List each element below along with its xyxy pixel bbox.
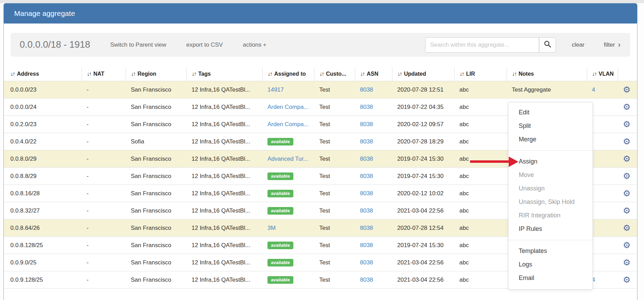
sort-icon: ↓↑ (131, 71, 135, 77)
export-csv-button[interactable]: export to CSV (186, 41, 223, 48)
column-label: Address (17, 71, 39, 77)
clear-button[interactable]: clear (572, 41, 585, 48)
column-header-nat[interactable]: ↓↑NAT (81, 67, 126, 81)
column-header-notes[interactable]: ↓↑Notes (507, 67, 587, 81)
search-button[interactable] (539, 37, 556, 53)
cell-nat: - (81, 99, 126, 116)
asn-link[interactable]: 8038 (360, 173, 373, 179)
asn-link[interactable]: 8038 (360, 242, 373, 249)
asn-link[interactable]: 8038 (360, 86, 373, 93)
cell-customer: Test (314, 116, 355, 133)
menu-item-email[interactable]: Email (508, 271, 593, 285)
asn-link[interactable]: 8038 (360, 190, 373, 197)
gear-icon[interactable]: ⚙ (623, 240, 631, 250)
assigned-link[interactable]: Arden Compa... (267, 104, 309, 110)
menu-item-merge[interactable]: Merge (508, 133, 593, 146)
cell-address: 0.0.8.128/25 (4, 237, 81, 254)
column-header-address[interactable]: ↓↑Address (4, 67, 81, 81)
vlan-link[interactable]: 4 (592, 86, 595, 93)
search-input[interactable] (425, 37, 539, 53)
column-header-asn[interactable]: ↓↑ASN (355, 67, 392, 81)
cell-customer: Test (314, 81, 355, 99)
cell-assigned-to: available (262, 271, 314, 289)
gear-icon[interactable]: ⚙ (623, 119, 631, 129)
cell-nat: - (81, 168, 126, 185)
menu-item-split[interactable]: Split (508, 119, 593, 133)
cell-lir: abc (454, 237, 507, 254)
menu-item-edit[interactable]: Edit (508, 106, 593, 119)
actions-menu-button[interactable]: actions + (243, 41, 267, 48)
gear-icon[interactable]: ⚙ (623, 85, 631, 94)
cell-tags: 12 Infra,16 QATestBl... (186, 202, 262, 219)
cell-asn: 8038 (355, 81, 392, 99)
assigned-link[interactable]: Arden Compa... (267, 121, 309, 128)
cell-address: 0.0.8.64/26 (4, 219, 81, 237)
filter-button[interactable]: filter › (604, 41, 621, 48)
menu-item-logs[interactable]: Logs (508, 258, 593, 271)
assigned-link[interactable]: 3M (267, 225, 276, 231)
cell-nat: - (81, 81, 126, 99)
cell-actions: ⚙ (618, 237, 637, 254)
menu-item-rir-integration: RIR Integration (508, 209, 593, 222)
cell-address: 0.0.8.0/29 (4, 150, 81, 168)
cell-asn: 8038 (355, 237, 392, 254)
cell-updated: 2019-07-24 15:30 (392, 150, 454, 168)
cell-assigned-to: available (262, 254, 314, 271)
gear-icon[interactable]: ⚙ (623, 188, 631, 198)
gear-icon[interactable]: ⚙ (623, 275, 631, 284)
column-header-custo[interactable]: ↓↑Custo... (314, 67, 355, 81)
cell-lir: abc (454, 99, 507, 116)
column-label: ASN (367, 71, 379, 77)
column-label: VLAN (599, 71, 614, 77)
asn-link[interactable]: 8038 (360, 138, 373, 145)
sort-icon: ↓↑ (592, 71, 596, 77)
aggregate-title: 0.0.0.0/18 - 1918 (20, 39, 90, 50)
cell-actions: ⚙ (618, 185, 637, 202)
cell-assigned-to: available (262, 202, 314, 219)
gear-icon[interactable]: ⚙ (623, 137, 631, 146)
asn-link[interactable]: 8038 (360, 276, 373, 283)
cell-tags: 12 Infra,16 QATestBl... (186, 185, 262, 202)
asn-link[interactable]: 8038 (360, 207, 373, 214)
column-header-vlan[interactable]: ↓↑VLAN (587, 67, 618, 81)
sort-icon: ↓↑ (512, 71, 516, 77)
cell-vlan: 4 (587, 81, 618, 99)
asn-link[interactable]: 8038 (360, 156, 373, 162)
switch-parent-view-button[interactable]: Switch to Parent view (110, 41, 166, 48)
gear-icon[interactable]: ⚙ (623, 154, 631, 163)
gear-icon[interactable]: ⚙ (623, 171, 631, 181)
menu-item-templates[interactable]: Templates (508, 244, 593, 258)
cell-lir: abc (454, 150, 507, 168)
column-header-tags[interactable]: ↓↑Tags (186, 67, 262, 81)
cell-asn: 8038 (355, 202, 392, 219)
menu-item-move: Move (508, 168, 593, 182)
asn-link[interactable]: 8038 (360, 225, 373, 231)
column-header-region[interactable]: ↓↑Region (126, 67, 186, 81)
cell-address: 0.0.8.16/28 (4, 185, 81, 202)
chevron-right-icon: › (618, 42, 621, 48)
menu-item-ip-rules[interactable]: IP Rules (508, 222, 593, 236)
cell-nat: - (81, 150, 126, 168)
column-label: Updated (404, 71, 426, 77)
gear-icon[interactable]: ⚙ (623, 223, 631, 233)
asn-link[interactable]: 8038 (360, 259, 373, 266)
page-title: Manage aggregate (14, 9, 75, 17)
gear-icon[interactable]: ⚙ (623, 206, 631, 215)
cell-updated: 2021-03-04 22:56 (392, 271, 454, 289)
assigned-link[interactable]: 14917 (267, 86, 284, 93)
column-header-updated[interactable]: ↓↑Updated (392, 67, 454, 81)
menu-item-assign[interactable]: Assign (508, 155, 593, 168)
cell-region: San Franscisco (126, 185, 186, 202)
gear-icon[interactable]: ⚙ (623, 102, 631, 112)
cell-actions: ⚙ (618, 168, 637, 185)
column-header-assigned-to[interactable]: ↓↑Assigned to (262, 67, 314, 81)
asn-link[interactable]: 8038 (360, 104, 373, 110)
sort-icon: ↓↑ (320, 71, 324, 77)
cell-region: San Franscisco (126, 116, 186, 133)
column-header-lir[interactable]: ↓↑LIR (454, 67, 507, 81)
cell-address: 0.0.0.0/23 (4, 81, 81, 99)
asn-link[interactable]: 8038 (360, 121, 373, 128)
cell-tags: 12 Infra,16 QATestBl... (186, 133, 262, 150)
assigned-link[interactable]: Advanced Tur... (267, 156, 308, 162)
gear-icon[interactable]: ⚙ (623, 257, 631, 267)
